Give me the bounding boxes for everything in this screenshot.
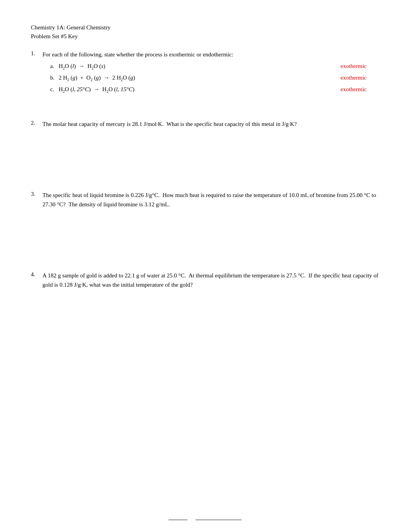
question-3-text: The specific heat of liquid bromine is 0… [42,190,379,209]
question-2-number: 2. [31,119,42,126]
sub-questions-1: a. H2O (l) → H2O (s) exothermic b. 2 H2 … [50,61,379,95]
question-4-text: A 182 g sample of gold is added to 22.1 … [42,271,379,289]
answer-1c: exothermic [341,85,379,94]
question-3-content: The specific heat of liquid bromine is 0… [42,190,379,209]
header-line2: Problem Set #5 Key [31,32,379,41]
answer-1a: exothermic [341,61,379,71]
sub-question-1b: b. 2 H2 (g) + O2 (g) → 2 H2O (g) exother… [50,73,379,83]
question-4-content: A 182 g sample of gold is added to 22.1 … [42,271,379,289]
header-line1: Chemistry 1A: General Chemistry [31,23,379,32]
question-3: 3. The specific heat of liquid bromine i… [31,190,379,209]
question-1-number: 1. [31,50,42,57]
header: Chemistry 1A: General Chemistry Problem … [31,23,379,41]
footer-segment-2 [195,519,242,520]
sub-question-1c: c. H2O (l, 25°C) → H2O (l, 15°C) exother… [50,85,379,95]
sub-text-1c: H2O (l, 25°C) → H2O (l, 15°C) [59,85,325,95]
question-1: 1. For each of the following, state whet… [31,50,379,96]
question-4-number: 4. [31,271,42,278]
question-2-text: The molar heat capacity of mercury is 28… [42,119,379,129]
question-2: 2. The molar heat capacity of mercury is… [31,119,379,129]
question-3-number: 3. [31,190,42,197]
questions-container: 1. For each of the following, state whet… [31,50,379,289]
question-1-text: For each of the following, state whether… [42,50,379,59]
footer-bar [168,519,242,520]
sub-label-1c: c. [50,85,59,94]
sub-text-1a: H2O (l) → H2O (s) [59,61,325,71]
question-1-content: For each of the following, state whether… [42,50,379,96]
footer-segment-1 [168,519,188,520]
question-4: 4. A 182 g sample of gold is added to 22… [31,271,379,289]
sub-question-1a: a. H2O (l) → H2O (s) exothermic [50,61,379,71]
page: Chemistry 1A: General Chemistry Problem … [0,0,410,532]
sub-label-1b: b. [50,73,59,82]
sub-text-1b: 2 H2 (g) + O2 (g) → 2 H2O (g) [59,73,325,83]
question-2-content: The molar heat capacity of mercury is 28… [42,119,379,129]
answer-1b: exothermic [341,73,379,82]
sub-label-1a: a. [50,61,59,71]
